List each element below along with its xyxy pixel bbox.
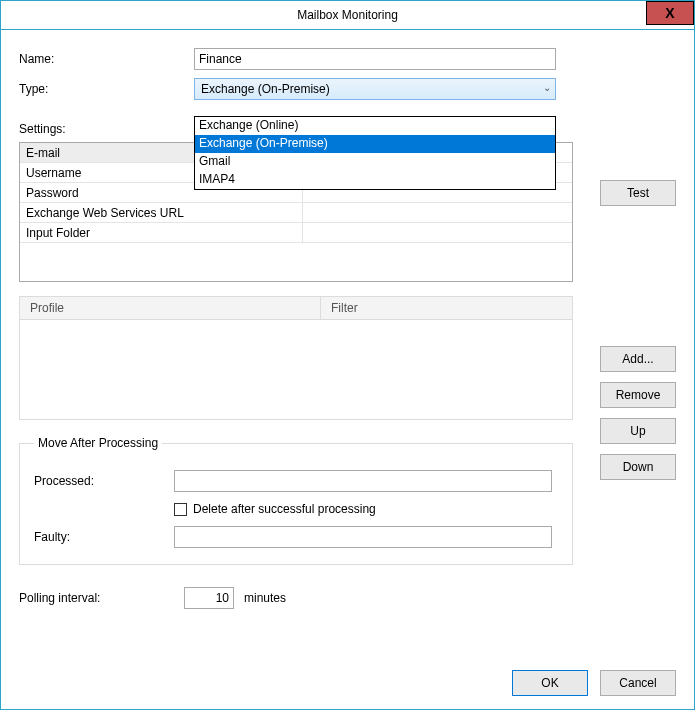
- polling-input[interactable]: [184, 587, 234, 609]
- delete-after-label: Delete after successful processing: [193, 502, 376, 516]
- settings-value[interactable]: [303, 223, 572, 242]
- remove-button[interactable]: Remove: [600, 382, 676, 408]
- delete-after-checkbox[interactable]: [174, 503, 187, 516]
- polling-row: Polling interval: minutes: [19, 587, 676, 609]
- move-group-legend: Move After Processing: [34, 436, 162, 450]
- filter-header-col[interactable]: Filter: [321, 297, 368, 319]
- settings-value[interactable]: [303, 203, 572, 222]
- processed-input[interactable]: [174, 470, 552, 492]
- profile-header-col[interactable]: Profile: [20, 297, 321, 319]
- faulty-input[interactable]: [174, 526, 552, 548]
- dialog-window: Mailbox Monitoring X Name: Type: Exchang…: [0, 0, 695, 710]
- cancel-button[interactable]: Cancel: [600, 670, 676, 696]
- close-button[interactable]: X: [646, 1, 694, 25]
- table-row[interactable]: Input Folder: [20, 223, 572, 243]
- settings-key: Exchange Web Services URL: [20, 203, 303, 222]
- settings-key: Input Folder: [20, 223, 303, 242]
- type-option-gmail[interactable]: Gmail: [195, 153, 555, 171]
- profiles-header: Profile Filter: [19, 296, 573, 320]
- ok-button[interactable]: OK: [512, 670, 588, 696]
- dialog-footer: OK Cancel: [512, 670, 676, 696]
- move-after-processing-group: Move After Processing Processed: Delete …: [19, 436, 573, 565]
- test-button[interactable]: Test: [600, 180, 676, 206]
- up-button[interactable]: Up: [600, 418, 676, 444]
- faulty-row: Faulty:: [34, 526, 558, 548]
- delete-after-row: Delete after successful processing: [174, 502, 558, 516]
- name-label: Name:: [19, 52, 194, 66]
- title-bar: Mailbox Monitoring X: [1, 1, 694, 30]
- dialog-body: Name: Type: Exchange (On-Premise) ⌄ Exch…: [1, 30, 694, 710]
- window-title: Mailbox Monitoring: [297, 8, 398, 22]
- processed-label: Processed:: [34, 474, 174, 488]
- type-option-exchange-onpremise[interactable]: Exchange (On-Premise): [195, 135, 555, 153]
- close-icon: X: [665, 5, 674, 21]
- add-button[interactable]: Add...: [600, 346, 676, 372]
- type-select[interactable]: Exchange (On-Premise) ⌄: [194, 78, 556, 100]
- type-option-exchange-online[interactable]: Exchange (Online): [195, 117, 555, 135]
- faulty-label: Faulty:: [34, 530, 174, 544]
- processed-row: Processed:: [34, 470, 558, 492]
- down-button[interactable]: Down: [600, 454, 676, 480]
- type-dropdown[interactable]: Exchange (Online) Exchange (On-Premise) …: [194, 116, 556, 190]
- polling-label: Polling interval:: [19, 591, 174, 605]
- name-row: Name:: [19, 48, 676, 70]
- type-option-imap4[interactable]: IMAP4: [195, 171, 555, 189]
- polling-unit: minutes: [244, 591, 286, 605]
- type-selected-value: Exchange (On-Premise): [201, 82, 330, 96]
- table-row[interactable]: Exchange Web Services URL: [20, 203, 572, 223]
- profiles-list[interactable]: [19, 320, 573, 420]
- type-row: Type: Exchange (On-Premise) ⌄: [19, 78, 676, 100]
- type-label: Type:: [19, 82, 194, 96]
- profile-buttons: Add... Remove Up Down: [600, 346, 676, 480]
- chevron-down-icon: ⌄: [543, 82, 551, 93]
- name-input[interactable]: [194, 48, 556, 70]
